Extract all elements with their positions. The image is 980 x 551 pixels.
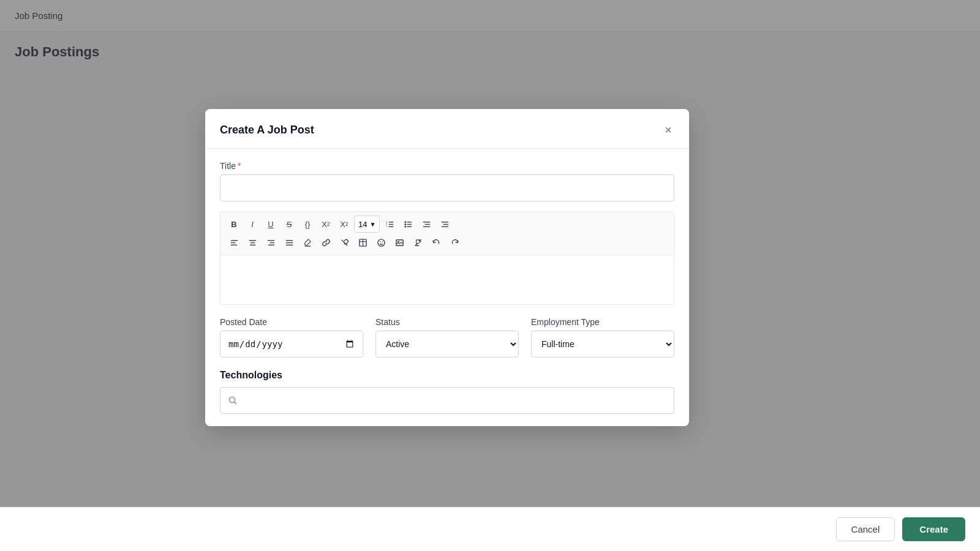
redo-icon <box>450 238 459 247</box>
font-size-select[interactable]: 14 ▼ <box>354 216 380 233</box>
subscript-button[interactable]: X2 <box>336 216 353 233</box>
svg-point-35 <box>377 239 384 246</box>
title-input[interactable] <box>220 174 674 201</box>
undo-button[interactable] <box>428 234 445 251</box>
search-icon <box>228 395 238 405</box>
decrease-indent-icon <box>422 220 431 229</box>
unlink-button[interactable] <box>336 234 353 251</box>
unlink-icon <box>340 238 349 247</box>
underline-button[interactable]: U <box>262 216 279 233</box>
align-right-icon <box>266 238 276 247</box>
undo-icon <box>432 238 441 247</box>
modal-overlay: Create A Job Post × Title * B I <box>0 0 980 551</box>
clear-format-button[interactable] <box>409 234 426 251</box>
svg-point-41 <box>230 397 235 403</box>
posted-date-input[interactable] <box>220 331 363 358</box>
clear-format-icon <box>413 238 423 247</box>
status-label: Status <box>375 317 519 327</box>
align-left-icon <box>230 238 239 247</box>
link-icon <box>322 238 331 247</box>
ordered-list-button[interactable]: 1 2 3 <box>381 216 398 233</box>
rte-content-area[interactable] <box>221 255 674 304</box>
unordered-list-button[interactable] <box>399 216 417 233</box>
required-indicator: * <box>238 161 241 171</box>
align-left-button[interactable] <box>225 234 243 251</box>
svg-point-7 <box>404 223 406 225</box>
ordered-list-icon: 1 2 3 <box>385 220 394 229</box>
modal-title: Create A Job Post <box>220 124 314 137</box>
svg-point-39 <box>398 241 399 242</box>
status-field-group: Status Active Inactive Draft <box>375 317 519 358</box>
unordered-list-icon <box>404 220 413 229</box>
create-button[interactable]: Create <box>902 517 965 541</box>
technologies-heading: Technologies <box>220 370 674 381</box>
posted-date-field-group: Posted Date <box>220 317 363 358</box>
title-field-group: Title * <box>220 161 674 201</box>
title-label: Title * <box>220 161 674 171</box>
svg-point-6 <box>404 221 406 223</box>
employment-type-label: Employment Type <box>531 317 674 327</box>
emoji-icon <box>377 238 386 247</box>
increase-indent-button[interactable] <box>436 216 453 233</box>
svg-text:3: 3 <box>386 225 387 228</box>
technologies-section: Technologies <box>220 370 674 414</box>
close-button[interactable]: × <box>662 121 674 138</box>
rte-toolbar-row-2 <box>225 234 669 251</box>
superscript-button[interactable]: X2 <box>317 216 334 233</box>
svg-point-37 <box>382 241 383 242</box>
code-button[interactable]: {} <box>299 216 316 233</box>
align-center-icon <box>248 238 257 247</box>
highlight-icon <box>303 238 312 247</box>
redo-button[interactable] <box>446 234 463 251</box>
svg-point-36 <box>379 241 380 242</box>
technologies-input-container[interactable] <box>220 387 674 414</box>
rich-text-editor: B I U S {} X2 X2 14 ▼ <box>220 211 674 305</box>
image-icon <box>395 238 404 247</box>
bold-button[interactable]: B <box>225 216 243 233</box>
svg-point-8 <box>404 225 406 227</box>
align-justify-button[interactable] <box>281 234 298 251</box>
increase-indent-icon <box>440 220 450 229</box>
fields-row: Posted Date Status Active Inactive Draft… <box>220 317 674 358</box>
create-job-post-modal: Create A Job Post × Title * B I <box>205 109 689 426</box>
employment-type-field-group: Employment Type Full-time Part-time Cont… <box>531 317 674 358</box>
modal-footer: Cancel Create <box>0 507 980 551</box>
strikethrough-button[interactable]: S <box>281 216 298 233</box>
align-right-button[interactable] <box>262 234 279 251</box>
svg-line-42 <box>235 402 237 405</box>
highlight-button[interactable] <box>299 234 316 251</box>
align-justify-icon <box>285 238 294 247</box>
italic-button[interactable]: I <box>244 216 261 233</box>
link-button[interactable] <box>317 234 334 251</box>
cancel-button[interactable]: Cancel <box>836 517 895 541</box>
rte-toolbar-row-1: B I U S {} X2 X2 14 ▼ <box>225 216 669 233</box>
table-button[interactable] <box>354 234 371 251</box>
modal-body: Title * B I U S {} X2 X2 <box>205 149 689 426</box>
employment-type-select[interactable]: Full-time Part-time Contract Freelance <box>531 331 674 358</box>
posted-date-label: Posted Date <box>220 317 363 327</box>
table-icon <box>358 238 368 247</box>
image-button[interactable] <box>391 234 408 251</box>
status-select[interactable]: Active Inactive Draft <box>375 331 519 358</box>
rte-toolbar: B I U S {} X2 X2 14 ▼ <box>221 212 674 255</box>
decrease-indent-button[interactable] <box>418 216 435 233</box>
modal-header: Create A Job Post × <box>205 109 689 149</box>
emoji-button[interactable] <box>372 234 390 251</box>
align-center-button[interactable] <box>244 234 261 251</box>
